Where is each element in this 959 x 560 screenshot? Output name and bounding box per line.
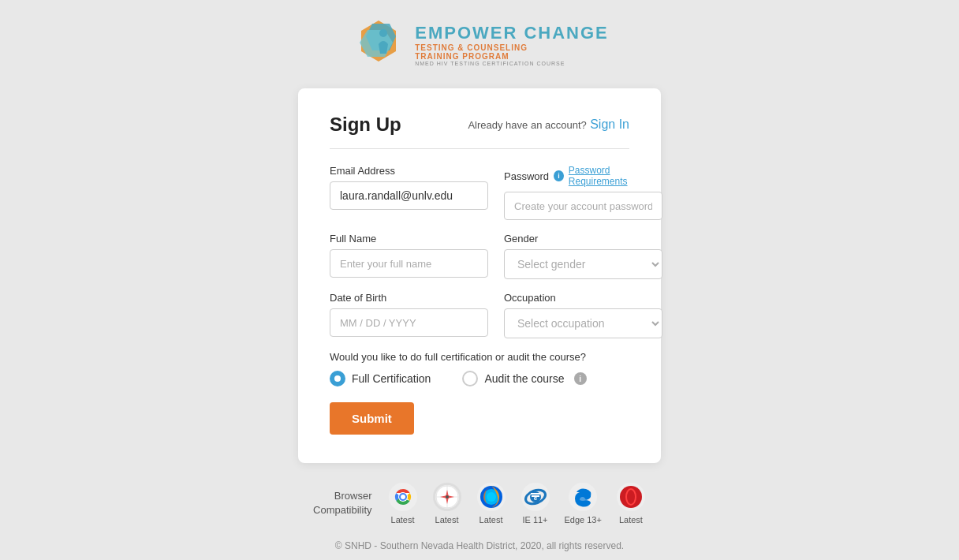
ie-icon: e: [521, 482, 550, 512]
form-grid: Email Address Password i Password Requir…: [330, 165, 629, 338]
sign-in-link[interactable]: Sign In: [590, 118, 629, 131]
password-requirements-link[interactable]: Password Requirements: [569, 165, 662, 187]
already-account-section: Already have an account? Sign In: [468, 118, 629, 132]
password-input[interactable]: [504, 192, 662, 220]
fullname-group: Full Name: [330, 233, 488, 279]
footer: © SNHD - Southern Nevada Health District…: [335, 540, 624, 560]
svg-point-16: [446, 495, 449, 498]
logo-title: EMPOWER CHANGE: [415, 23, 609, 43]
gender-label: Gender: [504, 233, 662, 245]
logo-subtitle2: TRAINING PROGRAM: [415, 52, 609, 61]
logo-hexagons: [350, 16, 407, 73]
firefox-icon: [476, 482, 506, 512]
browser-compat-label-line1: Browser: [334, 490, 372, 502]
edge-label: Edge 13+: [565, 515, 602, 525]
gender-select[interactable]: Select gender Male Female Non-binary Pre…: [504, 249, 662, 279]
full-cert-option[interactable]: Full Certification: [330, 371, 431, 386]
browser-item-ie: e IE 11+: [521, 482, 550, 525]
certification-section: Would you like to do full certification …: [330, 351, 629, 386]
audit-radio-unchecked[interactable]: [462, 371, 478, 386]
dob-group: Date of Birth: [330, 292, 488, 338]
browser-item-firefox: Latest: [476, 482, 506, 525]
browser-item-chrome: Latest: [388, 482, 418, 525]
logo-container: EMPOWER CHANGE TESTING & COUNSELING TRAI…: [350, 16, 609, 73]
logo-subtitle3: NMED HIV TESTING CERTIFICATION COURSE: [415, 61, 609, 66]
occupation-select[interactable]: Select occupation Student Healthcare Pro…: [504, 308, 662, 338]
opera-label: Latest: [619, 515, 643, 525]
email-label: Email Address: [330, 165, 488, 177]
safari-icon: [432, 482, 462, 512]
gender-group: Gender Select gender Male Female Non-bin…: [504, 233, 662, 279]
signup-card: Sign Up Already have an account? Sign In…: [298, 88, 661, 463]
browser-item-opera: Latest: [616, 482, 646, 525]
cert-question: Would you like to do full certification …: [330, 351, 629, 363]
browser-compat-label-line2: Compatibility: [313, 504, 371, 516]
browsers-list: Latest Latest: [388, 482, 646, 525]
password-label-row: Password i Password Requirements: [504, 165, 662, 187]
svg-point-20: [487, 492, 496, 502]
logo-text: EMPOWER CHANGE TESTING & COUNSELING TRAI…: [415, 23, 609, 66]
audit-info-icon[interactable]: i: [574, 372, 587, 385]
edge-icon: [568, 482, 598, 512]
ie-label: IE 11+: [522, 515, 547, 525]
opera-icon: [616, 482, 646, 512]
occupation-group: Occupation Select occupation Student Hea…: [504, 292, 662, 338]
header: EMPOWER CHANGE TESTING & COUNSELING TRAI…: [0, 0, 959, 80]
chrome-label: Latest: [391, 515, 415, 525]
password-label: Password: [504, 170, 549, 182]
svg-point-3: [379, 29, 387, 37]
fullname-label: Full Name: [330, 233, 488, 245]
dob-input[interactable]: [330, 308, 488, 337]
audit-label: Audit the course: [484, 372, 564, 385]
header-divider: [330, 148, 629, 149]
password-info-icon[interactable]: i: [554, 170, 564, 181]
browser-compat-label: Browser Compatibility: [313, 489, 371, 517]
svg-point-8: [401, 495, 405, 499]
firefox-label: Latest: [480, 515, 503, 525]
fullname-input[interactable]: [330, 249, 488, 278]
safari-label: Latest: [435, 515, 459, 525]
email-input[interactable]: [330, 181, 488, 210]
card-header: Sign Up Already have an account? Sign In: [330, 114, 629, 136]
dob-label: Date of Birth: [330, 292, 488, 304]
audit-option[interactable]: Audit the course i: [462, 371, 586, 386]
logo-subtitle1: TESTING & COUNSELING: [415, 43, 609, 52]
page-title: Sign Up: [330, 114, 401, 136]
password-group: Password i Password Requirements: [504, 165, 662, 220]
footer-text: © SNHD - Southern Nevada Health District…: [335, 540, 624, 551]
chrome-icon: [388, 482, 418, 512]
full-cert-radio-checked[interactable]: [330, 371, 345, 386]
svg-point-31: [627, 490, 635, 504]
email-group: Email Address: [330, 165, 488, 220]
svg-text:e: e: [533, 495, 537, 502]
browser-item-safari: Latest: [432, 482, 462, 525]
already-account-text: Already have an account?: [468, 119, 586, 131]
full-cert-label: Full Certification: [352, 372, 431, 385]
cert-options: Full Certification Audit the course i: [330, 371, 629, 386]
occupation-label: Occupation: [504, 292, 662, 304]
browser-item-edge: Edge 13+: [565, 482, 602, 525]
submit-button[interactable]: Submit: [330, 402, 414, 435]
browser-compat-section: Browser Compatibility Latest: [313, 482, 646, 525]
